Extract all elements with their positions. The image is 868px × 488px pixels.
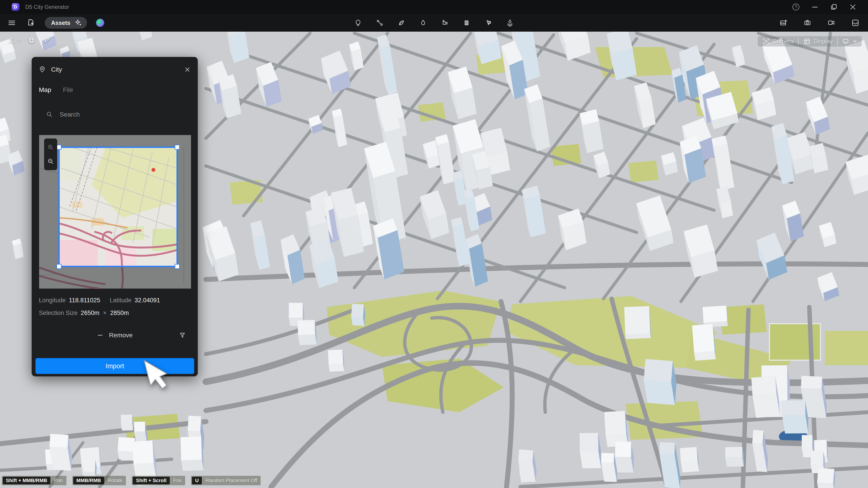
camera-label: Camera — [773, 38, 794, 45]
remove-button[interactable]: Remove — [97, 332, 132, 339]
shortcut-rotate: MMB/RMB Rotate — [72, 476, 126, 485]
location-pin-icon — [38, 66, 46, 73]
shortcut-action: Random Placement Off — [206, 478, 257, 484]
import-label: Import — [105, 362, 124, 370]
search-icon — [46, 111, 53, 119]
assets-sparkle-icon — [74, 19, 83, 27]
menu-icon[interactable] — [7, 18, 17, 28]
tab-map[interactable]: Map — [39, 86, 51, 94]
search-input[interactable] — [59, 111, 168, 119]
minus-icon — [97, 332, 103, 339]
help-button[interactable]: ? — [791, 2, 801, 12]
minimize-button[interactable] — [810, 2, 820, 12]
viewport-left-tools — [7, 36, 51, 45]
camera-button[interactable]: Camera — [758, 36, 798, 46]
selection-handle — [175, 264, 180, 269]
display-button[interactable]: Display — [799, 36, 837, 46]
shortcut-keys: Shift + MMB/RMB — [3, 477, 51, 484]
pencil-button[interactable] — [42, 36, 51, 45]
latitude-label: Latitude — [110, 297, 131, 304]
selection-width-value: 2650m — [81, 310, 99, 317]
chevron-down-icon — [17, 38, 21, 42]
close-button[interactable] — [848, 2, 858, 12]
size-separator: × — [103, 310, 107, 317]
shortcut-pan: Shift + MMB/RMB Pan — [2, 476, 66, 485]
import-model-icon[interactable] — [26, 18, 36, 28]
panel-close-icon[interactable] — [183, 65, 192, 74]
main-toolbar: Assets — [0, 14, 868, 32]
chevron-down-icon — [852, 39, 857, 43]
display-label: Display — [813, 38, 833, 45]
shortcut-action: Fov — [174, 478, 182, 484]
map-image[interactable] — [39, 135, 191, 289]
map-zoom-controls — [44, 138, 57, 170]
shortcut-fov: Shift + Scroll Fov — [132, 476, 185, 485]
light-icon[interactable] — [353, 18, 363, 28]
filter-button[interactable] — [177, 329, 188, 341]
assets-label: Assets — [51, 20, 70, 26]
longitude-value: 118.811025 — [69, 297, 100, 304]
restore-button[interactable] — [829, 2, 839, 12]
viewport-right-tools: Camera Display — [758, 36, 862, 46]
shortcut-keys: Shift + Scroll — [133, 477, 169, 484]
selection-handle — [175, 145, 180, 150]
selection-size-row: Selection Size 2650m × 2850m — [39, 310, 129, 317]
effect-flame-icon[interactable] — [418, 18, 428, 28]
transform-gizmo-button[interactable] — [7, 36, 21, 45]
zoom-out-icon[interactable] — [46, 157, 55, 165]
tab-file[interactable]: File — [63, 86, 73, 94]
brush-cursor-icon[interactable] — [483, 18, 493, 28]
render-image-icon[interactable] — [778, 18, 788, 28]
spline-icon[interactable] — [375, 18, 385, 28]
selection-handle — [57, 145, 61, 150]
zoom-in-icon[interactable] — [46, 143, 55, 151]
app-logo-icon: D — [12, 3, 20, 11]
selection-handle — [57, 264, 61, 269]
assets-button[interactable]: Assets — [45, 17, 87, 29]
decal-icon[interactable] — [462, 18, 471, 28]
shortcut-action: Rotate — [108, 478, 123, 484]
coordinates-row: Longitude 118.811025 Latitude 32.04091 — [39, 297, 160, 304]
shortcut-bar: Shift + MMB/RMB Pan MMB/RMB Rotate Shift… — [2, 476, 260, 485]
remove-row: Remove — [32, 329, 198, 341]
viewport-mode-button[interactable] — [838, 36, 862, 46]
camera-frame-icon — [762, 37, 770, 45]
selection-height-value: 2850m — [110, 310, 129, 317]
city-panel: City Map File — [32, 57, 198, 377]
material-ball-icon[interactable] — [96, 19, 104, 27]
shortcut-random-placement: U Random Placement Off — [191, 476, 260, 485]
import-button[interactable]: Import — [35, 358, 194, 374]
globe-button[interactable] — [27, 36, 36, 45]
camera-add-icon[interactable] — [440, 18, 450, 28]
selection-size-label: Selection Size — [39, 310, 78, 317]
remove-label: Remove — [109, 332, 132, 339]
latitude-value: 32.04091 — [134, 297, 160, 304]
viewport-mode-icon — [842, 37, 850, 45]
filter-funnel-icon — [179, 331, 186, 339]
longitude-label: Longitude — [39, 297, 66, 304]
transform-gizmo-icon — [7, 36, 16, 45]
render-queue-icon[interactable] — [850, 18, 860, 28]
map-preview[interactable] — [39, 135, 191, 289]
panel-title: City — [51, 66, 62, 73]
title-bar: D D5 City Generator ? — [0, 0, 868, 14]
terrain-icon[interactable] — [505, 18, 515, 28]
video-record-icon[interactable] — [827, 18, 836, 28]
shortcut-keys: U — [192, 477, 202, 484]
app-window: D D5 City Generator ? — [0, 0, 868, 488]
shortcut-keys: MMB/RMB — [73, 477, 104, 484]
vegetation-icon[interactable] — [397, 18, 406, 28]
display-frame-icon — [803, 37, 811, 45]
map-marker-icon — [151, 168, 155, 172]
screenshot-icon[interactable] — [802, 18, 812, 28]
window-title: D5 City Generator — [25, 4, 69, 10]
shortcut-action: Pan — [54, 478, 63, 484]
